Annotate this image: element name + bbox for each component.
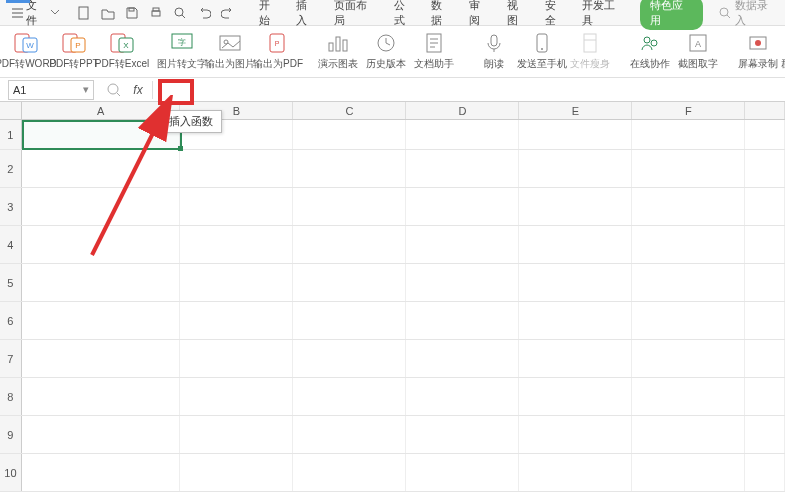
row-header[interactable]: 7 [0,340,22,377]
cell[interactable] [745,340,785,377]
row-header[interactable]: 6 [0,302,22,339]
cell[interactable] [22,188,181,225]
row-header[interactable]: 9 [0,416,22,453]
print-button[interactable] [145,3,167,23]
tab-page-layout[interactable]: 页面布局 [332,0,380,31]
cell[interactable] [22,340,181,377]
cell[interactable] [632,264,745,301]
ribbon-file-slim[interactable]: 文件瘦身 [570,30,610,73]
col-header-D[interactable]: D [406,102,519,119]
cell[interactable] [519,264,632,301]
ribbon-output-pic[interactable]: 输出为图片 [210,30,250,73]
cell[interactable] [745,150,785,187]
row-header[interactable]: 1 [0,120,22,149]
cell[interactable] [180,188,293,225]
cell[interactable] [745,226,785,263]
cell[interactable] [745,302,785,339]
cell[interactable] [632,226,745,263]
cell[interactable] [406,378,519,415]
cell[interactable] [519,378,632,415]
name-box[interactable]: A1 ▾ [8,80,94,100]
cell[interactable] [519,454,632,491]
ribbon-screenshot[interactable]: A 截图取字 [678,30,718,73]
open-doc-button[interactable] [97,3,119,23]
cell[interactable] [293,416,406,453]
cell[interactable] [406,188,519,225]
row-header[interactable]: 4 [0,226,22,263]
cell[interactable] [293,226,406,263]
cell[interactable] [632,454,745,491]
tab-insert[interactable]: 插入 [294,0,320,31]
row-header[interactable]: 3 [0,188,22,225]
row-header[interactable]: 2 [0,150,22,187]
cell[interactable] [293,150,406,187]
row-header[interactable]: 5 [0,264,22,301]
tab-review[interactable]: 审阅 [467,0,493,31]
cell[interactable] [180,416,293,453]
save-button[interactable] [121,3,143,23]
cancel-formula-button[interactable] [102,80,126,100]
cell[interactable] [22,416,181,453]
ribbon-doc-assist[interactable]: 文档助手 [414,30,454,73]
cell[interactable] [180,454,293,491]
cell[interactable] [22,264,181,301]
cell[interactable] [519,302,632,339]
redo-button[interactable] [217,3,239,23]
cell[interactable] [22,150,181,187]
cell[interactable] [519,120,632,149]
cell[interactable] [406,454,519,491]
cell[interactable] [22,378,181,415]
cell[interactable] [22,120,181,149]
cell[interactable] [406,340,519,377]
cell[interactable] [406,264,519,301]
row-header[interactable]: 10 [0,454,22,491]
cell[interactable] [745,120,785,149]
ribbon-pdf-to-excel[interactable]: X PDF转Excel [102,30,142,73]
cell[interactable] [632,120,745,149]
ribbon-pdf-to-word[interactable]: W PDF转WORD [6,30,46,73]
cell[interactable] [293,454,406,491]
new-doc-button[interactable] [73,3,95,23]
ribbon-chart[interactable]: 演示图表 [318,30,358,73]
file-menu-button[interactable]: 文件 [6,0,65,30]
cell[interactable] [519,226,632,263]
tab-view[interactable]: 视图 [505,0,531,31]
cell[interactable] [22,454,181,491]
cell[interactable] [22,302,181,339]
cell[interactable] [745,264,785,301]
cell[interactable] [180,378,293,415]
search-box[interactable]: 数据录入 [719,0,779,28]
cell[interactable] [632,302,745,339]
tab-security[interactable]: 安全 [543,0,569,31]
col-header-C[interactable]: C [293,102,406,119]
cell[interactable] [293,264,406,301]
tab-featured[interactable]: 特色应用 [640,0,704,30]
ribbon-send-phone[interactable]: 发送至手机 [522,30,562,73]
col-header-A[interactable]: A [22,102,181,119]
ribbon-record[interactable]: 屏幕录制 [738,30,778,73]
cell[interactable] [632,416,745,453]
cell[interactable] [406,226,519,263]
cell[interactable] [406,416,519,453]
cell[interactable] [632,150,745,187]
ribbon-history[interactable]: 历史版本 [366,30,406,73]
cell[interactable] [293,340,406,377]
cell[interactable] [745,188,785,225]
cell[interactable] [22,226,181,263]
cell[interactable] [406,120,519,149]
cell[interactable] [180,264,293,301]
cell[interactable] [745,378,785,415]
cell[interactable] [632,378,745,415]
ribbon-pdf-to-ppt[interactable]: P PDF转PPT [54,30,94,73]
cell[interactable] [406,302,519,339]
cell[interactable] [519,340,632,377]
tab-formula[interactable]: 公式 [392,0,418,31]
cell[interactable] [293,378,406,415]
ribbon-read[interactable]: 朗读 [474,30,514,73]
cell[interactable] [745,454,785,491]
row-header[interactable]: 8 [0,378,22,415]
cell[interactable] [293,188,406,225]
cell[interactable] [632,188,745,225]
tab-start[interactable]: 开始 [257,0,283,31]
cell[interactable] [180,340,293,377]
